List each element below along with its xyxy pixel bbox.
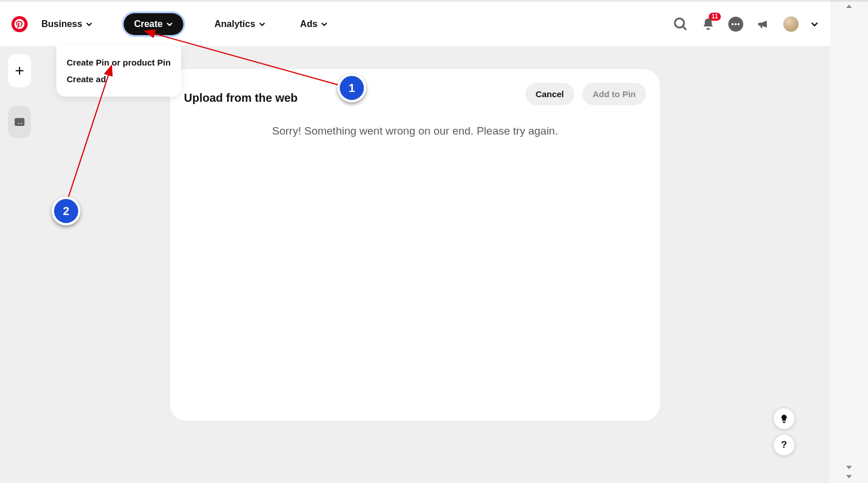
- search-button[interactable]: [673, 16, 689, 32]
- messages-icon: •••: [728, 17, 743, 32]
- announce-button[interactable]: [755, 16, 771, 32]
- top-header: Business Create Analytics Ads: [0, 2, 830, 46]
- cancel-button[interactable]: Cancel: [525, 83, 574, 105]
- help-label: ?: [781, 439, 787, 451]
- rail-add-button[interactable]: [8, 54, 31, 87]
- plus-icon: [14, 65, 25, 76]
- dropdown-create-pin[interactable]: Create Pin or product Pin: [67, 54, 171, 71]
- megaphone-icon: [756, 17, 770, 31]
- panel-header: Upload from the web Cancel Add to Pin: [184, 83, 646, 105]
- nav-analytics-label: Analytics: [214, 19, 255, 29]
- header-left: Business Create Analytics Ads: [11, 13, 331, 35]
- nav-business[interactable]: Business: [38, 13, 96, 35]
- nav-create[interactable]: Create: [124, 13, 183, 35]
- nav-ads-label: Ads: [300, 19, 317, 29]
- notification-badge: 11: [709, 13, 721, 21]
- nav-analytics[interactable]: Analytics: [211, 13, 269, 35]
- messages-button[interactable]: •••: [728, 16, 744, 32]
- browser-scrollbar[interactable]: [830, 0, 868, 483]
- avatar[interactable]: [783, 16, 799, 32]
- rail-image-button[interactable]: [8, 106, 31, 138]
- error-message: Sorry! Something went wrong on our end. …: [272, 125, 558, 137]
- annotation-marker-1: 1: [337, 74, 366, 102]
- create-dropdown: Create Pin or product Pin Create ad: [56, 46, 181, 97]
- chevron-down-icon: [166, 21, 173, 28]
- upload-panel: Upload from the web Cancel Add to Pin So…: [170, 69, 660, 421]
- fab-help[interactable]: ?: [774, 435, 794, 455]
- nav-ads[interactable]: Ads: [297, 13, 331, 35]
- scroll-up-icon: [846, 5, 852, 8]
- nav-business-label: Business: [41, 19, 82, 29]
- scroll-down-icon: [846, 466, 852, 469]
- annotation-marker-2: 2: [52, 197, 80, 225]
- left-rail: [8, 54, 31, 138]
- fab-hint[interactable]: [774, 408, 794, 429]
- notifications-button[interactable]: 11: [700, 16, 716, 32]
- add-to-pin-button: Add to Pin: [582, 83, 646, 105]
- search-icon: [674, 17, 688, 31]
- lightbulb-icon: [779, 413, 789, 424]
- account-chevron-icon[interactable]: [811, 20, 819, 28]
- image-icon: [14, 116, 25, 128]
- pinterest-icon: [14, 19, 25, 29]
- nav-create-label: Create: [134, 19, 163, 29]
- chevron-down-icon: [259, 21, 266, 28]
- chevron-down-icon: [86, 21, 93, 28]
- chevron-down-icon: [321, 21, 328, 28]
- scroll-down-icon: [846, 475, 852, 478]
- panel-title: Upload from the web: [184, 91, 298, 105]
- pinterest-logo[interactable]: [11, 16, 28, 32]
- dropdown-create-ad[interactable]: Create ad: [67, 71, 171, 87]
- header-right: 11 •••: [673, 16, 819, 32]
- panel-actions: Cancel Add to Pin: [525, 83, 646, 105]
